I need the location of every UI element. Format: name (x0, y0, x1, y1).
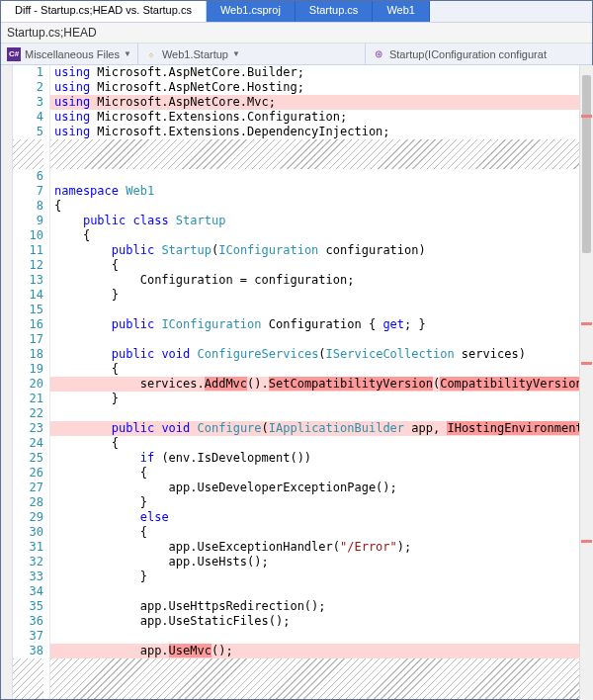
code-line[interactable]: } (50, 288, 592, 303)
diff-mark[interactable] (581, 362, 592, 365)
code-line[interactable] (50, 629, 592, 644)
chevron-down-icon: ▼ (124, 49, 131, 58)
scope-label: Miscellaneous Files (25, 48, 120, 60)
csharp-icon: C# (7, 47, 21, 61)
document-tabs: Diff - Startup.cs;HEAD vs. Startup.csWeb… (1, 1, 592, 23)
code-line[interactable] (50, 406, 592, 421)
class-selector[interactable]: ⬨ Web1.Startup ▼ (138, 44, 366, 64)
code-line[interactable]: } (50, 392, 592, 406)
diff-deleted-region (50, 658, 592, 699)
code-line[interactable]: app.UseHsts(); (50, 555, 592, 569)
code-line[interactable]: public class Startup (50, 214, 592, 228)
code-line[interactable]: public Startup(IConfiguration configurat… (50, 243, 592, 258)
code-line[interactable]: public IConfiguration Configuration { ge… (50, 317, 592, 332)
navigation-bar: C# Miscellaneous Files ▼ ⬨ Web1.Startup … (1, 44, 592, 65)
code-editor[interactable]: 1234567891011121314151617181920212223242… (1, 65, 592, 699)
code-line[interactable]: public void Configure(IApplicationBuilde… (50, 421, 592, 436)
code-line[interactable]: using Microsoft.Extensions.DependencyInj… (50, 125, 592, 139)
document-tab[interactable]: Startup.cs (296, 1, 374, 22)
code-line[interactable]: public void ConfigureServices(IServiceCo… (50, 347, 592, 362)
diff-mark[interactable] (581, 322, 592, 325)
code-line[interactable]: services.AddMvc().SetCompatibilityVersio… (50, 377, 592, 392)
class-icon: ⬨ (144, 47, 158, 61)
member-label: Startup(IConfiguration configurat (389, 48, 547, 60)
chevron-down-icon: ▼ (232, 49, 240, 58)
code-line[interactable] (50, 169, 592, 184)
document-tab[interactable]: Web1.csproj (207, 1, 296, 22)
code-line[interactable]: else (50, 510, 592, 525)
method-icon: ⊛ (372, 47, 385, 61)
diff-deleted-region (50, 139, 592, 169)
code-line[interactable]: { (50, 199, 592, 214)
code-area[interactable]: using Microsoft.AspNetCore.Builder;using… (50, 65, 592, 699)
code-line[interactable]: app.UseMvc(); (50, 644, 592, 658)
code-line[interactable]: } (50, 495, 592, 510)
code-line[interactable]: using Microsoft.Extensions.Configuration… (50, 110, 592, 125)
code-line[interactable] (50, 332, 592, 347)
vertical-scrollbar[interactable] (579, 65, 593, 700)
diff-mark[interactable] (581, 540, 592, 543)
code-line[interactable] (50, 303, 592, 317)
code-line[interactable]: { (50, 258, 592, 273)
member-selector[interactable]: ⊛ Startup(IConfiguration configurat (366, 44, 592, 64)
scope-selector[interactable]: C# Miscellaneous Files ▼ (1, 44, 138, 64)
code-line[interactable]: using Microsoft.AspNetCore.Hosting; (50, 80, 592, 95)
code-line[interactable]: { (50, 466, 592, 481)
code-line[interactable]: { (50, 525, 592, 540)
code-line[interactable]: { (50, 436, 592, 451)
code-line[interactable]: { (50, 362, 592, 377)
code-line[interactable]: app.UseStaticFiles(); (50, 614, 592, 629)
document-tab[interactable]: Web1 (373, 1, 430, 22)
diff-mark[interactable] (581, 115, 592, 118)
code-line[interactable]: using Microsoft.AspNetCore.Builder; (50, 65, 592, 80)
code-line[interactable]: using Microsoft.AspNetCore.Mvc; (50, 95, 592, 110)
breakpoint-margin[interactable] (1, 65, 13, 699)
code-line[interactable]: { (50, 228, 592, 243)
document-tab[interactable]: Diff - Startup.cs;HEAD vs. Startup.cs (1, 1, 207, 22)
scrollbar-thumb[interactable] (582, 75, 591, 253)
code-line[interactable]: app.UseExceptionHandler("/Error"); (50, 540, 592, 555)
code-line[interactable]: Configuration = configuration; (50, 273, 592, 288)
line-number-gutter: 1234567891011121314151617181920212223242… (13, 65, 50, 699)
code-line[interactable]: if (env.IsDevelopment()) (50, 451, 592, 466)
code-line[interactable]: } (50, 569, 592, 584)
document-subhead: Startup.cs;HEAD (1, 23, 592, 44)
code-line[interactable]: namespace Web1 (50, 184, 592, 199)
code-line[interactable] (50, 584, 592, 599)
code-line[interactable]: app.UseHttpsRedirection(); (50, 599, 592, 614)
class-label: Web1.Startup (162, 48, 228, 60)
code-line[interactable]: app.UseDeveloperExceptionPage(); (50, 481, 592, 495)
